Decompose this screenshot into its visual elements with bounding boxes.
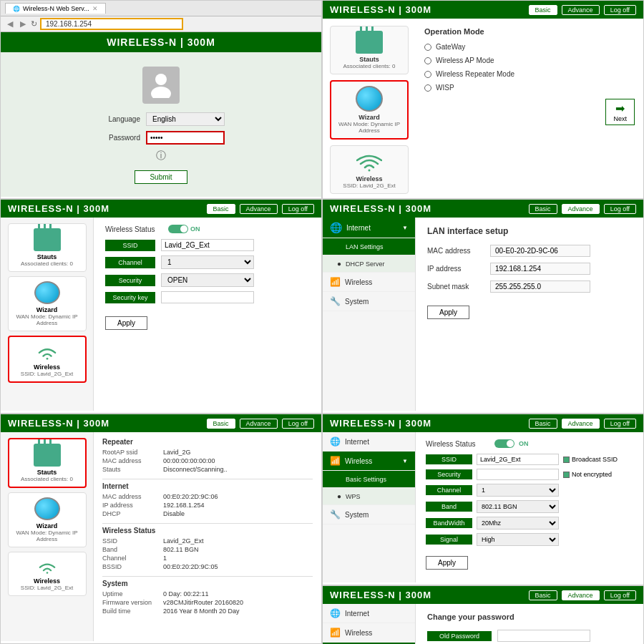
submit-button[interactable]: Submit	[135, 170, 187, 184]
next-button[interactable]: ➡ Next	[605, 99, 635, 125]
w-channel-select[interactable]: 1	[477, 484, 559, 497]
w-signal-select[interactable]: High	[477, 533, 559, 546]
lan-apply-button[interactable]: Apply	[427, 306, 469, 319]
basic-apply-button[interactable]: Apply	[105, 316, 147, 330]
system-side-menu: 🌐 Internet 📶 Wireless 🔧 System ▼ ● Passw…	[323, 604, 416, 644]
w-security-input[interactable]	[477, 469, 559, 480]
rootap-ssid-val: Lavid_2G	[163, 449, 191, 456]
menu-internet[interactable]: 🌐 Internet ▼	[323, 218, 415, 238]
mac-input	[490, 245, 590, 257]
wireless-apply-button[interactable]: Apply	[426, 556, 468, 570]
w-band-val: 802.11 BGN	[163, 546, 199, 553]
wizard-basic-btn[interactable]: Basic	[529, 5, 557, 15]
browser-chrome: 🌐 Wireless-N Web Serv... ✕	[1, 1, 321, 16]
password-input[interactable]	[146, 131, 225, 145]
wizard-icon-status[interactable]: Stauts Associated clients: 0	[330, 26, 409, 74]
chevron-down-icon: ▼	[402, 225, 408, 231]
basic-btn[interactable]: Basic	[207, 204, 235, 214]
radio-ap[interactable]: Wireless AP Mode	[424, 57, 635, 64]
repeater-info: Repeater RootAP ssidLavid_2G MAC address…	[94, 432, 321, 641]
reload-icon[interactable]: ↻	[31, 19, 37, 29]
old-password-input[interactable]	[497, 630, 590, 642]
basic-logoff-btn[interactable]: Log off	[282, 204, 314, 214]
w-status-label: Wireless Status	[426, 440, 490, 448]
lan-advance-btn[interactable]: Advance	[562, 204, 600, 214]
wmenu-wireless[interactable]: 📶 Wireless ▼	[323, 452, 415, 471]
tab-close-icon[interactable]: ✕	[92, 5, 98, 12]
wireless-logoff-btn[interactable]: Log off	[604, 419, 636, 429]
system-icon: 🔧	[330, 296, 341, 306]
menu-wireless[interactable]: 📶 Wireless	[323, 273, 415, 292]
w-bandwidth-select[interactable]: 20Mhz	[477, 517, 559, 530]
radio-wisp[interactable]: WISP	[424, 84, 635, 92]
wireless-toggle[interactable]: ON	[168, 225, 200, 233]
info-icon: ⓘ	[156, 150, 166, 161]
sys-basic-btn[interactable]: Basic	[529, 590, 557, 600]
lan-side-menu: 🌐 Internet ▼ ● LAN Settings ● DHCP Serve…	[323, 218, 416, 411]
w-broadcast-check[interactable]: Broadcast SSID	[563, 456, 618, 463]
rep-stauts-val: Disconnect/Scanning..	[163, 466, 228, 473]
lan-basic-btn[interactable]: Basic	[529, 204, 557, 214]
radio-gateway[interactable]: GateWay	[424, 43, 635, 51]
language-select[interactable]: English	[146, 112, 225, 126]
int-mac-val: 00:E0:20:2D:9C:06	[163, 493, 218, 500]
browser-tab[interactable]: 🌐 Wireless-N Web Serv... ✕	[5, 3, 106, 14]
login-panel: 🌐 Wireless-N Web Serv... ✕ ◀ ▶ ↻ WIRELES…	[0, 0, 322, 199]
rep-mac-val: 00:00:00:00:00:00	[163, 457, 215, 464]
buildtime-key: Build time	[102, 608, 163, 615]
rep-nav-wireless[interactable]: Wireless SSID: Lavid_2G_Ext	[8, 552, 87, 596]
rep-nav-wizard[interactable]: Wizard WAN Mode: Dynamic IP Address	[8, 492, 87, 547]
basic-advance-btn[interactable]: Advance	[240, 204, 278, 214]
security-select[interactable]: OPEN	[161, 273, 254, 287]
back-icon[interactable]: ◀	[5, 19, 15, 29]
url-bar[interactable]	[40, 18, 183, 30]
wmenu-internet[interactable]: 🌐 Internet	[323, 432, 415, 452]
w-toggle[interactable]	[494, 439, 514, 448]
ip-input[interactable]	[490, 263, 590, 275]
sys-logoff-btn[interactable]: Log off	[604, 590, 636, 600]
repeater-logoff-btn[interactable]: Log off	[282, 419, 314, 429]
buildtime-val: 2016 Year 8 Month 20 Day	[163, 608, 240, 615]
old-password-label: Old Password	[427, 631, 492, 641]
wizard-icon-wizard[interactable]: Wizard WAN Mode: Dynamic IP Address	[330, 80, 409, 140]
basic-title: WIRELESS-N | 300M	[8, 203, 109, 214]
wizard-icon-wireless[interactable]: Wireless SSID: Lavid_2G_Ext	[330, 145, 409, 194]
nav-wireless[interactable]: Wireless SSID: Lavid_2G_Ext	[8, 336, 87, 383]
channel-select[interactable]: 1	[161, 255, 254, 269]
w-ssid-input[interactable]	[477, 454, 559, 465]
repeater-advance-btn[interactable]: Advance	[240, 419, 278, 429]
radio-repeater[interactable]: Wireless Repeater Mode	[424, 70, 635, 78]
w-notencrypted-check[interactable]: Not encrypted	[563, 471, 612, 478]
forward-icon[interactable]: ▶	[18, 19, 28, 29]
menu-dhcp-server[interactable]: ● DHCP Server	[323, 255, 415, 273]
security-key-input[interactable]	[161, 291, 254, 303]
ssid-input[interactable]	[161, 239, 254, 251]
user-avatar	[142, 67, 180, 104]
wizard-logoff-btn[interactable]: Log off	[604, 5, 636, 15]
sys-advance-btn[interactable]: Advance	[562, 590, 600, 600]
rootap-ssid-key: RootAP ssid	[102, 449, 163, 456]
menu-system[interactable]: 🔧 System	[323, 292, 415, 311]
radio-ap-label: Wireless AP Mode	[436, 57, 494, 64]
rep-nav-status[interactable]: Stauts Associated clients: 0	[8, 438, 87, 488]
repeater-basic-btn[interactable]: Basic	[207, 419, 235, 429]
nav-status[interactable]: Stauts Associated clients: 0	[8, 223, 87, 272]
wizard-advance-btn[interactable]: Advance	[562, 5, 600, 15]
system-section-title: System	[102, 580, 313, 587]
wireless-basic-btn[interactable]: Basic	[529, 419, 557, 429]
wireless-advance-btn[interactable]: Advance	[562, 419, 600, 429]
wmenu-wps[interactable]: ● WPS	[323, 488, 415, 505]
wmenu-system[interactable]: 🔧 System	[323, 505, 415, 525]
menu-lan-settings[interactable]: ● LAN Settings	[323, 238, 415, 255]
smenu-internet[interactable]: 🌐 Internet	[323, 604, 415, 623]
w-band-select[interactable]: 802.11 BGN	[477, 500, 559, 513]
lan-logoff-btn[interactable]: Log off	[604, 204, 636, 214]
smenu-wireless[interactable]: 📶 Wireless	[323, 623, 415, 643]
w-system-icon: 🔧	[330, 509, 341, 519]
nav-wizard[interactable]: Wizard WAN Mode: Dynamic IP Address	[8, 276, 87, 331]
wmenu-basic-settings[interactable]: ● Basic Settings	[323, 471, 415, 488]
wireless-status-label: Wireless Status	[105, 225, 162, 233]
subnet-input[interactable]	[490, 280, 590, 293]
tab-label: Wireless-N Web Serv...	[23, 5, 89, 12]
lan-panel: WIRELESS-N | 300M Basic Advance Log off …	[322, 199, 644, 414]
